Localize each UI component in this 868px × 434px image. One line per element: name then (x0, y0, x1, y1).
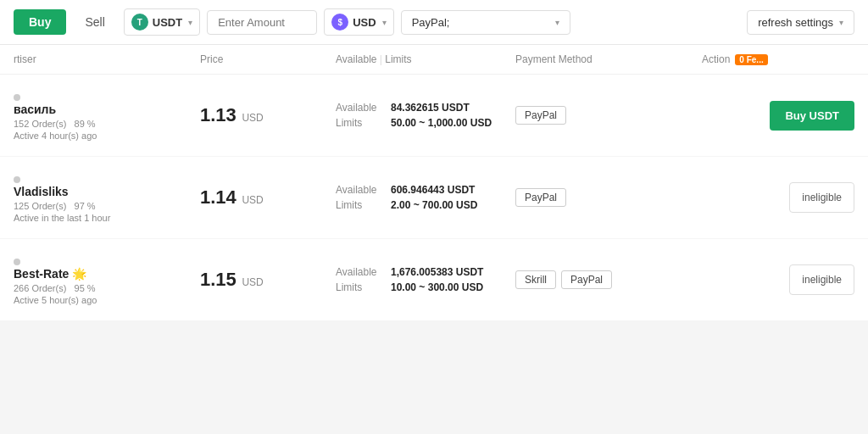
fiat-chevron-icon: ▾ (382, 18, 387, 27)
advertiser-active: Active 4 hour(s) ago (14, 131, 200, 141)
table-row: Best-Rate 🌟 266 Order(s) 95 % Active 5 h… (0, 239, 868, 321)
available-value: 84.362615 USDT (391, 102, 470, 114)
price-currency: USD (242, 194, 263, 206)
avatar (14, 259, 20, 265)
crypto-chevron-icon: ▾ (188, 18, 192, 27)
available-value: 1,676.005383 USDT (391, 266, 483, 278)
price-amount: 1.14 (200, 186, 236, 208)
table-row: василь 152 Order(s) 89 % Active 4 hour(s… (0, 75, 868, 157)
advertiser-stats: 266 Order(s) 95 % (14, 283, 200, 293)
ineligible-button: ineligible (789, 264, 854, 295)
offers-table: rtiser Price Available | Limits Payment … (0, 45, 868, 321)
payment-method-selector[interactable]: PayPal; ▾ (401, 10, 570, 35)
available-label: Available (336, 266, 382, 278)
refresh-settings-selector[interactable]: refresh settings ▾ (747, 10, 854, 35)
fiat-label: USD (353, 16, 376, 29)
limits-value: 2.00 ~ 700.00 USD (391, 199, 477, 211)
crypto-selector[interactable]: T USDT ▾ (124, 8, 200, 36)
advertiser-name: Vladisliks (14, 185, 200, 198)
limits-value: 50.00 ~ 1,000.00 USD (391, 117, 492, 129)
price-amount: 1.15 (200, 269, 236, 290)
usdt-icon: T (131, 14, 148, 31)
price-amount: 1.13 (200, 104, 236, 125)
advertiser-cell: Best-Rate 🌟 266 Order(s) 95 % Active 5 h… (14, 254, 200, 305)
advertiser-cell: Vladisliks 125 Order(s) 97 % Active in t… (14, 172, 200, 223)
col-limits: Limits (385, 53, 411, 65)
amount-input[interactable] (207, 10, 317, 35)
limits-label: Limits (336, 281, 382, 293)
available-value: 606.946443 USDT (391, 184, 475, 196)
limits-value: 10.00 ~ 300.00 USD (391, 281, 483, 293)
action-cell: ineligible (702, 264, 854, 295)
sell-tab-button[interactable]: Sell (73, 9, 116, 35)
buy-usdt-button[interactable]: Buy USDT (770, 101, 854, 131)
availability-cell: Available 1,676.005383 USDT Limits 10.00… (336, 266, 515, 293)
price-currency: USD (242, 276, 263, 288)
table-header: rtiser Price Available | Limits Payment … (0, 45, 868, 75)
advertiser-cell: василь 152 Order(s) 89 % Active 4 hour(s… (14, 90, 200, 141)
payment-chevron-icon: ▾ (555, 18, 559, 27)
ineligible-button: ineligible (789, 182, 854, 213)
col-advertiser: rtiser (14, 53, 200, 65)
price-currency: USD (242, 112, 263, 124)
usd-icon: $ (331, 14, 348, 31)
col-price: Price (200, 53, 336, 65)
price-cell: 1.14 USD (200, 186, 336, 209)
limits-label: Limits (336, 117, 382, 129)
payment-tag: PayPal (561, 270, 612, 289)
action-cell: Buy USDT (702, 101, 854, 131)
refresh-chevron-icon: ▾ (839, 18, 843, 27)
col-available: Available (336, 53, 376, 65)
advertiser-stats: 152 Order(s) 89 % (14, 119, 200, 129)
col-payment: Payment Method (515, 53, 702, 65)
fee-badge: 0 Fe... (735, 54, 767, 65)
toolbar: Buy Sell T USDT ▾ $ USD ▾ PayPal; ▾ refr… (0, 0, 868, 45)
available-label: Available (336, 184, 382, 196)
avatar (14, 176, 20, 183)
price-cell: 1.13 USD (200, 104, 336, 126)
advertiser-active: Active in the last 1 hour (14, 213, 200, 223)
table-row: Vladisliks 125 Order(s) 97 % Active in t… (0, 157, 868, 239)
payment-tag: PayPal (515, 188, 566, 207)
payment-cell: SkrillPayPal (515, 270, 702, 289)
advertiser-name: Best-Rate 🌟 (14, 267, 200, 281)
payment-tag: Skrill (515, 270, 556, 289)
limits-label: Limits (336, 199, 382, 211)
table-body: василь 152 Order(s) 89 % Active 4 hour(s… (0, 75, 868, 321)
avatar (14, 94, 20, 101)
availability-cell: Available 606.946443 USDT Limits 2.00 ~ … (336, 184, 515, 211)
payment-cell: PayPal (515, 106, 702, 125)
price-cell: 1.15 USD (200, 269, 336, 291)
col-action: Action 0 Fe... (702, 53, 854, 65)
available-label: Available (336, 102, 382, 114)
payment-cell: PayPal (515, 188, 702, 207)
payment-method-label: PayPal; (412, 16, 450, 29)
advertiser-stats: 125 Order(s) 97 % (14, 201, 200, 211)
payment-tag: PayPal (515, 106, 566, 125)
buy-tab-button[interactable]: Buy (14, 9, 66, 35)
advertiser-active: Active 5 hour(s) ago (14, 295, 200, 305)
fiat-selector[interactable]: $ USD ▾ (324, 8, 393, 36)
availability-cell: Available 84.362615 USDT Limits 50.00 ~ … (336, 102, 515, 129)
advertiser-name: василь (14, 103, 200, 116)
refresh-label: refresh settings (758, 16, 833, 29)
col-available-limits: Available | Limits (336, 53, 515, 65)
action-cell: ineligible (702, 182, 854, 213)
crypto-label: USDT (153, 16, 182, 29)
